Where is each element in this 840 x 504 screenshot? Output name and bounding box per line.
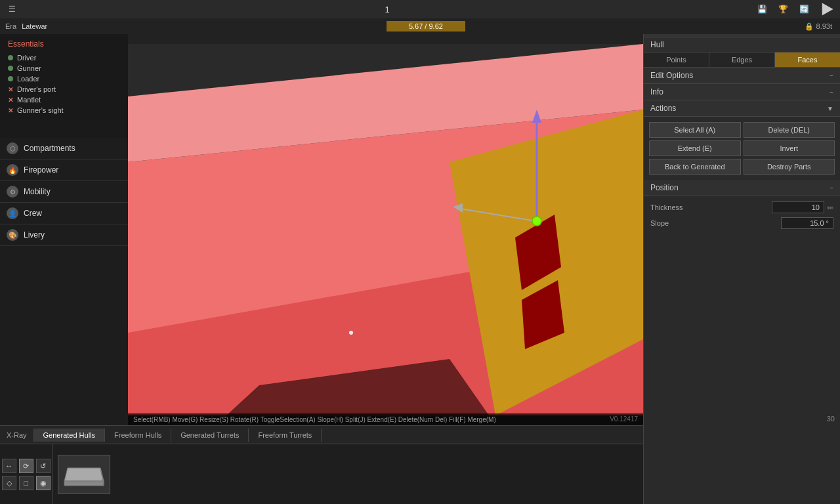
weight-icon: 🔒	[805, 22, 814, 31]
essential-label-gunners-sight: Gunner's sight	[17, 106, 64, 114]
status-err-icon-3: ✕	[8, 107, 13, 114]
play-button[interactable]	[819, 1, 835, 17]
position-label: Position	[650, 183, 679, 192]
status-ok-icon	[8, 55, 13, 60]
actions-header[interactable]: Actions ▼	[644, 100, 840, 117]
era-bar: Era Latewar 5.67 / 9.62 🔒 8.93t	[0, 18, 840, 34]
tool-move[interactable]: ↔	[2, 459, 16, 473]
model-thumbnail[interactable]	[58, 455, 110, 494]
essential-label-mantlet: Mantlet	[17, 96, 41, 104]
edit-options-label: Edit Options	[650, 71, 693, 80]
tool-circle[interactable]: ◉	[36, 476, 51, 490]
bottom-content: ↔ ⟳ ↺ ◇ □ ◉	[0, 444, 643, 504]
tab-generated-turrets[interactable]: Generated Turrets	[171, 429, 249, 442]
top-bar: ☰ 1 💾 🏆 🔄	[0, 0, 840, 18]
sidebar-item-livery[interactable]: 🎨 Livery	[0, 224, 128, 246]
mobility-icon: ⚙	[7, 186, 18, 198]
bottom-tabs: X-Ray Generated Hulls Freeform Hulls Gen…	[0, 426, 643, 444]
save-icon[interactable]: 💾	[756, 3, 769, 16]
sidebar-label-mobility: Mobility	[24, 187, 51, 196]
model-thumb-svg	[61, 458, 107, 491]
crew-icon: 👤	[7, 207, 18, 219]
era-progress-bar: 5.67 / 9.62	[387, 21, 465, 32]
weight-label: 🔒 8.93t	[805, 22, 840, 31]
svg-point-15	[349, 331, 353, 335]
tab-number: 1	[385, 5, 389, 14]
delete-button[interactable]: Delete (DEL)	[744, 122, 835, 138]
firepower-icon: 🔥	[7, 164, 18, 176]
destroy-parts-button[interactable]: Destroy Parts	[744, 159, 835, 175]
invert-button[interactable]: Invert	[744, 140, 835, 156]
xray-tab[interactable]: X-Ray	[0, 429, 34, 442]
sidebar-item-mobility[interactable]: ⚙ Mobility	[0, 181, 128, 203]
bottom-tools: ↔ ⟳ ↺ ◇ □ ◉	[0, 444, 52, 504]
right-panel: Hull 💾 📤 Hull Points Edges Faces Edit Op…	[643, 18, 840, 504]
tool-row-2: ◇ □ ◉	[2, 476, 51, 490]
fps-badge: 30	[643, 413, 840, 424]
svg-point-14	[532, 217, 541, 226]
version-badge: V0.12417	[607, 414, 640, 424]
essential-gunners-sight: ✕ Gunner's sight	[0, 105, 128, 116]
extend-button[interactable]: Extend (E)	[649, 140, 741, 156]
sidebar-label-livery: Livery	[24, 230, 45, 240]
actions-grid: Select All (A) Delete (DEL) Extend (E) I…	[644, 117, 840, 180]
tool-undo[interactable]: ↺	[36, 459, 51, 473]
back-to-generated-button[interactable]: Back to Generated	[649, 159, 741, 175]
essential-label-loader: Loader	[17, 75, 39, 83]
essential-mantlet: ✕ Mantlet	[0, 94, 128, 105]
viewport[interactable]	[128, 34, 643, 425]
tool-square[interactable]: □	[19, 476, 33, 490]
essential-label-drivers-port: Driver's port	[17, 85, 56, 93]
tab-faces[interactable]: Faces	[775, 52, 840, 67]
mesh-tabs: Points Edges Faces	[644, 52, 840, 68]
essential-label-gunner: Gunner	[17, 64, 41, 72]
top-bar-left: ☰	[5, 3, 18, 16]
position-section: Thickness 10 ㎜ Slope 15.0 °	[644, 196, 840, 238]
position-header[interactable]: Position −	[644, 180, 840, 196]
sidebar-label-compartments: Compartments	[24, 144, 75, 153]
sidebar-item-compartments[interactable]: ⬡ Compartments	[0, 138, 128, 159]
tab-generated-hulls[interactable]: Generated Hulls	[34, 429, 106, 442]
tab-edges[interactable]: Edges	[709, 52, 775, 67]
tab-freeform-hulls[interactable]: Freeform Hulls	[105, 429, 171, 442]
essential-loader: Loader	[0, 74, 128, 84]
slope-row: Slope 15.0 °	[650, 217, 833, 229]
bottom-panel: X-Ray Generated Hulls Freeform Hulls Gen…	[0, 425, 643, 504]
essentials-panel: Essentials Driver Gunner Loader ✕ Driver…	[0, 34, 128, 119]
slope-value[interactable]: 15.0 °	[781, 217, 833, 229]
tab-points[interactable]: Points	[644, 52, 709, 67]
tool-row-1: ↔ ⟳ ↺	[2, 459, 51, 473]
info-header[interactable]: Info −	[644, 84, 840, 100]
era-label: Era	[0, 22, 22, 30]
svg-marker-16	[64, 468, 104, 481]
era-progress-container: 5.67 / 9.62	[47, 21, 804, 32]
essentials-title: Essentials	[0, 38, 128, 52]
settings-icon[interactable]: 🏆	[777, 3, 790, 16]
select-all-button[interactable]: Select All (A)	[649, 122, 741, 138]
status-err-icon: ✕	[8, 86, 13, 93]
scene-svg	[128, 34, 643, 425]
weight-value: 8.93t	[816, 22, 832, 30]
right-sub-header: Hull	[644, 37, 840, 52]
info-label: Info	[650, 87, 663, 96]
status-text: Select(RMB) Move(G) Resize(S) Rotate(R) …	[133, 416, 496, 423]
thickness-label: Thickness	[650, 203, 683, 211]
tool-diamond[interactable]: ◇	[2, 476, 16, 490]
top-bar-right: 💾 🏆 🔄	[756, 1, 835, 17]
status-bar: Select(RMB) Move(G) Resize(S) Rotate(R) …	[128, 413, 643, 425]
sidebar-item-firepower[interactable]: 🔥 Firepower	[0, 159, 128, 181]
tool-rotate[interactable]: ⟳	[19, 459, 33, 473]
era-value: Latewar	[22, 22, 47, 30]
edit-options-header[interactable]: Edit Options −	[644, 68, 840, 84]
hamburger-icon[interactable]: ☰	[5, 3, 18, 16]
essential-gunner: Gunner	[0, 63, 128, 74]
sidebar-item-crew[interactable]: 👤 Crew	[0, 203, 128, 224]
tab-freeform-turrets[interactable]: Freeform Turrets	[249, 429, 322, 442]
actions-collapse: ▼	[827, 105, 833, 112]
thickness-value[interactable]: 10	[772, 201, 824, 213]
status-err-icon-2: ✕	[8, 96, 13, 104]
thickness-row: Thickness 10 ㎜	[650, 201, 833, 213]
refresh-icon[interactable]: 🔄	[798, 3, 811, 16]
thickness-unit: ㎜	[827, 203, 833, 212]
essential-drivers-port: ✕ Driver's port	[0, 84, 128, 94]
